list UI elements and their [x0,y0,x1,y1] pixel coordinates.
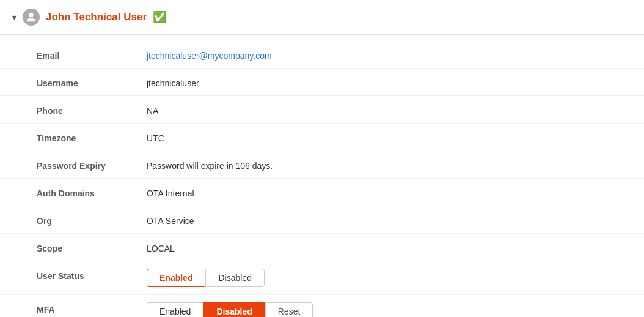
mfa-disabled-button[interactable]: Disabled [203,302,265,317]
phone-label: Phone [37,103,147,116]
timezone-row: Timezone UTC [0,124,644,151]
username-value: jtechnicaluser [147,76,199,88]
auth-domains-value: OTA Internal [147,186,194,198]
timezone-label: Timezone [37,131,147,143]
username-label: Username [37,76,147,88]
user-details-content: Email jtechnicaluser@mycompany.com Usern… [0,35,644,317]
auth-domains-label: Auth Domains [37,186,147,198]
auth-domains-row: Auth Domains OTA Internal [0,179,644,206]
password-expiry-label: Password Expiry [37,158,147,171]
mfa-toggle: Enabled Disabled Reset [147,302,313,317]
user-status-enabled-button[interactable]: Enabled [147,269,205,287]
timezone-value: UTC [147,131,164,143]
mfa-enabled-button[interactable]: Enabled [147,302,203,317]
avatar [23,9,40,26]
password-expiry-row: Password Expiry Password will expire in … [0,151,644,179]
scope-row: Scope LOCAL [0,234,644,261]
mfa-label: MFA [37,302,147,315]
password-expiry-value: Password will expire in 106 days. [147,158,273,171]
user-status-row: User Status Enabled Disabled [0,261,644,295]
username-row: Username jtechnicaluser [0,69,644,96]
mfa-reset-button[interactable]: Reset [265,302,313,317]
email-value: jtechnicaluser@mycompany.com [147,48,272,61]
email-row: Email jtechnicaluser@mycompany.com [0,41,644,69]
phone-row: Phone NA [0,96,644,124]
scope-value: LOCAL [147,241,175,253]
org-value: OTA Service [147,214,194,226]
verified-icon: ✅ [153,10,166,24]
mfa-row: MFA Enabled Disabled Reset [0,295,644,317]
org-row: Org OTA Service [0,206,644,234]
user-status-disabled-button[interactable]: Disabled [205,269,264,287]
user-status-label: User Status [37,269,147,281]
phone-value: NA [147,103,158,116]
user-name: John Technical User [46,11,147,23]
scope-label: Scope [37,241,147,253]
user-status-toggle: Enabled Disabled [147,269,265,287]
org-label: Org [37,214,147,226]
collapse-chevron[interactable]: ▾ [12,12,16,22]
user-detail-panel: ▾ John Technical User ✅ Email jtechnical… [0,0,644,317]
user-header: ▾ John Technical User ✅ [0,0,644,35]
email-label: Email [37,48,147,61]
